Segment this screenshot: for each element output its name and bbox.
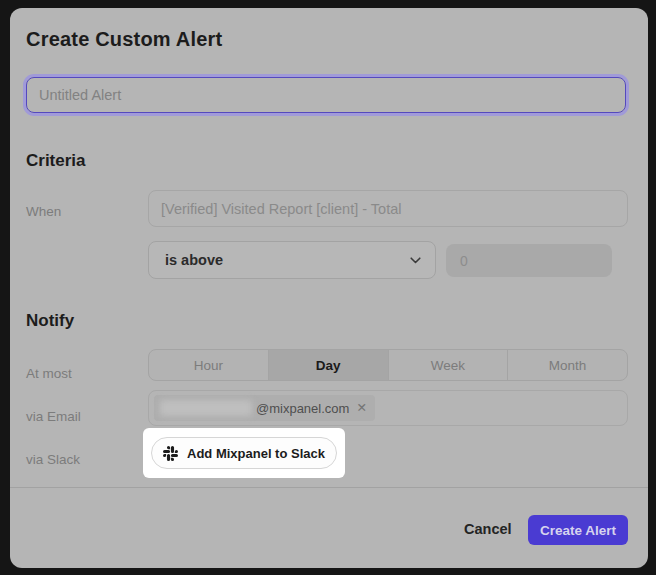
- add-mixpanel-to-slack-button[interactable]: Add Mixpanel to Slack: [151, 437, 337, 469]
- email-domain: @mixpanel.com: [256, 401, 349, 416]
- slack-button-label: Add Mixpanel to Slack: [187, 446, 325, 461]
- threshold-input[interactable]: [446, 244, 612, 277]
- email-chip: @mixpanel.com ✕: [154, 395, 375, 421]
- dialog-title: Create Custom Alert: [26, 28, 222, 51]
- metric-input[interactable]: [148, 190, 628, 227]
- create-alert-button[interactable]: Create Alert: [528, 515, 628, 545]
- criteria-heading: Criteria: [26, 151, 86, 171]
- frequency-option-week[interactable]: Week: [388, 350, 508, 380]
- frequency-segmented-control: Hour Day Week Month: [148, 349, 628, 381]
- alert-name-input[interactable]: [26, 77, 626, 113]
- operator-dropdown[interactable]: is above: [148, 241, 436, 279]
- via-slack-label: via Slack: [26, 452, 80, 467]
- footer-divider: [10, 487, 648, 488]
- cancel-button[interactable]: Cancel: [454, 514, 522, 544]
- frequency-option-hour[interactable]: Hour: [149, 350, 268, 380]
- email-recipients-field[interactable]: @mixpanel.com ✕: [148, 390, 628, 426]
- frequency-option-day[interactable]: Day: [268, 350, 388, 380]
- at-most-label: At most: [26, 366, 72, 381]
- frequency-option-month[interactable]: Month: [507, 350, 627, 380]
- remove-email-icon[interactable]: ✕: [356, 402, 366, 415]
- via-email-label: via Email: [26, 409, 81, 424]
- slack-spotlight-highlight: Add Mixpanel to Slack: [143, 428, 345, 478]
- when-label: When: [26, 204, 61, 219]
- notify-heading: Notify: [26, 311, 74, 331]
- redacted-email-username: [160, 400, 252, 416]
- operator-selected-value: is above: [165, 252, 223, 268]
- slack-icon: [163, 446, 178, 461]
- chevron-down-icon: [410, 257, 421, 264]
- create-custom-alert-dialog: Create Custom Alert Criteria When is abo…: [10, 8, 648, 568]
